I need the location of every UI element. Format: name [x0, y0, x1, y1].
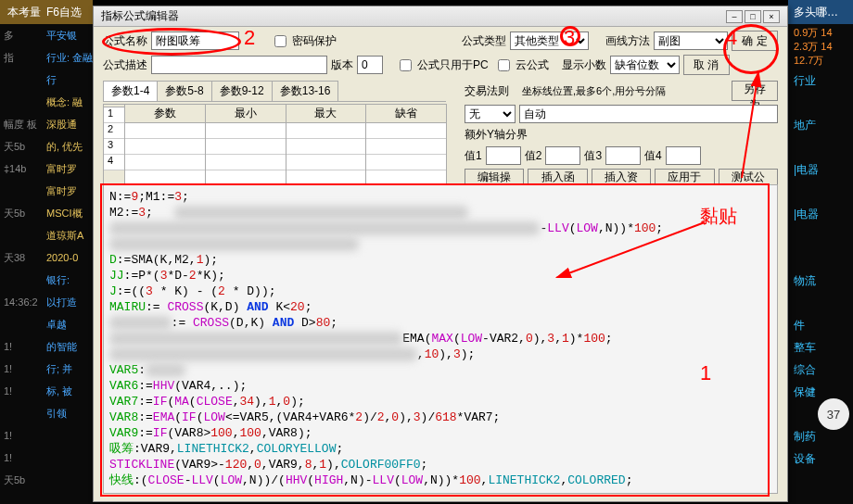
label-only-pc: 公式只用于PC — [417, 57, 489, 73]
param-tabbar: 参数1-4 参数5-8 参数9-12 参数13-16 — [103, 81, 446, 102]
label-formula-desc: 公式描述 — [103, 57, 147, 73]
tab-param-9-12[interactable]: 参数9-12 — [211, 81, 273, 101]
label-v4: 值4 — [644, 148, 662, 164]
dialog-title-text: 指标公式编辑器 — [101, 8, 179, 24]
v3-input[interactable] — [605, 146, 641, 165]
formula-name-input[interactable] — [151, 32, 239, 50]
param-table: 1234参数最小最大缺省 — [103, 104, 446, 187]
maximize-button[interactable]: □ — [745, 10, 761, 23]
label-extra-y: 额外Y轴分界 — [465, 127, 528, 143]
minimize-button[interactable]: – — [726, 10, 743, 23]
code-editor[interactable]: N:=9;M1:=3;M2:=3; -LLV(LOW,N))*100; D:=S… — [103, 184, 778, 494]
label-decimal: 显示小数 — [562, 57, 606, 73]
cancel-button[interactable]: 取 消 — [683, 55, 730, 75]
tab-param-13-16[interactable]: 参数13-16 — [272, 81, 339, 101]
v4-input[interactable] — [666, 146, 701, 165]
v1-input[interactable] — [486, 146, 521, 165]
pwd-protect-checkbox[interactable] — [274, 35, 286, 47]
draw-method-select[interactable]: 副图 — [654, 32, 728, 50]
decimal-select[interactable]: 缺省位数 — [610, 56, 680, 74]
v2-input[interactable] — [545, 146, 580, 165]
ok-button[interactable]: 确 定 — [732, 31, 778, 51]
label-v2: 值2 — [525, 148, 542, 164]
label-formula-name: 公式名称 — [103, 33, 147, 49]
label-draw-method: 画线方法 — [605, 33, 650, 49]
saveas-button[interactable]: 另存为 — [732, 81, 778, 101]
label-rule-tip: 坐标线位置,最多6个,用分号分隔 — [522, 84, 666, 98]
label-version: 版本 — [331, 57, 353, 73]
tab-param-5-8[interactable]: 参数5-8 — [157, 81, 211, 101]
version-input[interactable] — [357, 56, 383, 74]
bg-right-header-text: 多头哪… — [794, 5, 838, 20]
rule-right-input[interactable] — [519, 105, 778, 123]
form-area: 公式名称 密码保护 公式类型 其他类型 画线方法 副图 确 定 公式描述 版本 … — [94, 27, 787, 198]
formula-type-select[interactable]: 其他类型 — [510, 32, 589, 50]
badge-circle: 37 — [818, 398, 849, 430]
label-cloud: 云公式 — [516, 57, 549, 73]
label-v3: 值3 — [584, 148, 602, 164]
label-trade-rule: 交易法则 — [465, 83, 509, 99]
rule-left-select[interactable]: 无 — [465, 105, 516, 123]
bg-left-header: 本考量 F6自选 — [0, 0, 93, 24]
bg-left-labels: 平安银行业: 金融行概念: 融深股通的, 优先富时罗富时罗MSCI概道琼斯A20… — [46, 24, 98, 424]
label-v1: 值1 — [465, 148, 482, 164]
bg-tab-2[interactable]: F6自选 — [46, 5, 82, 20]
formula-editor-dialog: 指标公式编辑器 – □ × 公式名称 密码保护 公式类型 其他类型 画线方法 副… — [93, 6, 788, 502]
bg-right-header: 多头哪… — [788, 0, 853, 24]
formula-desc-input[interactable] — [151, 56, 327, 74]
cloud-checkbox[interactable] — [498, 59, 510, 71]
bg-tab-1[interactable]: 本考量 — [7, 5, 41, 20]
only-pc-checkbox[interactable] — [400, 59, 412, 71]
label-formula-type: 公式类型 — [462, 33, 506, 49]
dialog-titlebar: 指标公式编辑器 – □ × — [94, 6, 787, 27]
label-pwd-protect: 密码保护 — [292, 33, 337, 49]
close-button[interactable]: × — [763, 10, 780, 23]
background-right-panel: 多头哪… 0.9万 142.3万 1412.7万 行业 地产 |电器 |电器 物… — [788, 0, 853, 504]
tab-param-1-4[interactable]: 参数1-4 — [103, 81, 158, 101]
